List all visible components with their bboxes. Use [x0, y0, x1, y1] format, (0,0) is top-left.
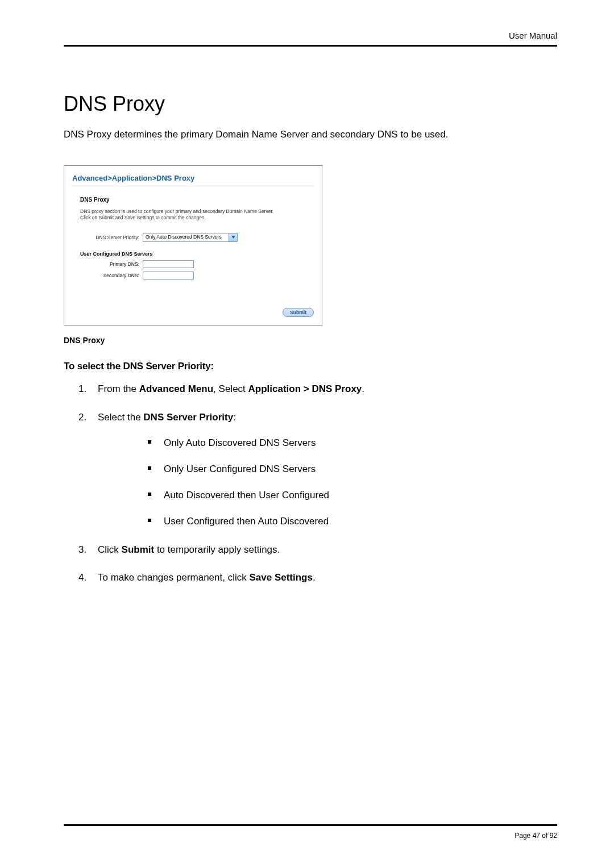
breadcrumb: Advanced>Application>DNS Proxy	[72, 174, 314, 186]
option-4: User Configured then Auto Discovered	[98, 515, 557, 528]
step-1-text-a: From the	[98, 383, 139, 394]
intro-text: DNS Proxy determines the primary Domain …	[64, 128, 557, 141]
option-1: Only Auto Discovered DNS Servers	[98, 436, 557, 450]
step-num-1: 1.	[78, 382, 86, 396]
step-3: 3. Click Submit to temporarily apply set…	[64, 543, 557, 557]
step-3-text-a: Click	[98, 544, 122, 555]
step-3-text-b: to temporarily apply settings.	[154, 544, 280, 555]
chevron-down-icon[interactable]	[229, 233, 237, 241]
step-num-3: 3.	[78, 543, 86, 557]
option-3: Auto Discovered then User Configured	[98, 489, 557, 502]
priority-label: DNS Server Priority:	[80, 235, 143, 240]
step-3-bold: Submit	[122, 544, 155, 555]
page-number: Page 47 of 92	[515, 832, 557, 840]
step-4-bold: Save Settings	[249, 572, 313, 583]
step-2-bold: DNS Server Priority	[143, 412, 233, 423]
priority-select-value: Only Auto Discovered DNS Servers	[143, 233, 229, 241]
blurb-line-2: Click on Submit and Save Settings to com…	[80, 215, 206, 220]
section-heading: DNS Proxy	[80, 197, 314, 203]
screenshot-caption: DNS Proxy	[64, 336, 557, 345]
step-1-text-b: , Select	[213, 383, 248, 394]
step-1-bold-2: Application > DNS Proxy	[248, 383, 362, 394]
options-list: Only Auto Discovered DNS Servers Only Us…	[98, 436, 557, 528]
step-2-text-b: :	[233, 412, 236, 423]
step-4-text-a: To make changes permanent, click	[98, 572, 249, 583]
step-2-text-a: Select the	[98, 412, 143, 423]
user-configured-heading: User Configured DNS Servers	[80, 251, 314, 257]
steps-list: 1. From the Advanced Menu, Select Applic…	[64, 382, 557, 585]
primary-dns-label: Primary DNS:	[80, 261, 143, 267]
svg-marker-0	[231, 236, 235, 239]
footer-rule	[64, 824, 557, 826]
step-1-text-c: .	[362, 383, 364, 394]
submit-button[interactable]: Submit	[283, 308, 314, 317]
step-2: 2. Select the DNS Server Priority: Only …	[64, 411, 557, 528]
step-num-4: 4.	[78, 571, 86, 585]
option-2: Only User Configured DNS Servers	[98, 462, 557, 476]
secondary-dns-label: Secondary DNS:	[80, 273, 143, 278]
howto-heading: To select the DNS Server Priority:	[64, 361, 557, 372]
secondary-dns-input[interactable]	[143, 272, 194, 279]
step-4-text-b: .	[313, 572, 316, 583]
config-screenshot: Advanced>Application>DNS Proxy DNS Proxy…	[64, 165, 322, 326]
step-1: 1. From the Advanced Menu, Select Applic…	[64, 382, 557, 396]
step-1-bold-1: Advanced Menu	[139, 383, 213, 394]
priority-select[interactable]: Only Auto Discovered DNS Servers	[143, 233, 238, 242]
header-rule	[64, 45, 557, 47]
page-title: DNS Proxy	[64, 92, 557, 116]
header-right: User Manual	[509, 31, 557, 40]
primary-dns-input[interactable]	[143, 260, 194, 268]
blurb-line-1: DNS proxy section is used to configure y…	[80, 208, 273, 214]
step-num-2: 2.	[78, 411, 86, 424]
step-4: 4. To make changes permanent, click Save…	[64, 571, 557, 585]
section-blurb: DNS proxy section is used to configure y…	[80, 208, 314, 222]
